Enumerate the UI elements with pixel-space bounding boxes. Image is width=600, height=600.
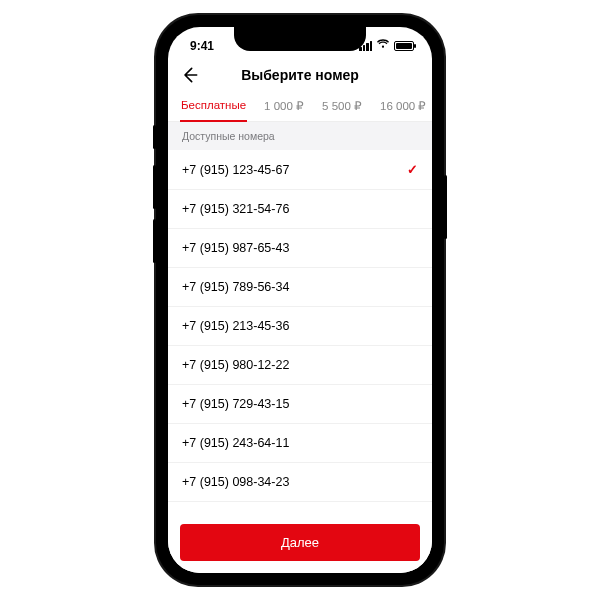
arrow-left-icon <box>180 65 200 85</box>
phone-number: +7 (915) 243-64-11 <box>182 436 289 450</box>
phone-number: +7 (915) 980-12-22 <box>182 358 289 372</box>
wifi-icon <box>376 38 390 52</box>
phone-number: +7 (915) 321-54-76 <box>182 202 289 216</box>
footer: Далее <box>168 516 432 573</box>
number-row[interactable]: +7 (915) 987-65-43 <box>168 229 432 268</box>
number-row[interactable]: +7 (915) 321-54-76 <box>168 190 432 229</box>
number-row[interactable]: +7 (915) 234-34-34 <box>168 502 432 516</box>
number-row[interactable]: +7 (915) 729-43-15 <box>168 385 432 424</box>
tab-1000[interactable]: 1 000 ₽ <box>255 91 313 121</box>
nav-bar: Выберите номер <box>168 59 432 91</box>
phone-number: +7 (915) 987-65-43 <box>182 241 289 255</box>
phone-frame: 9:41 Выберите номер Бесплатные 1 000 ₽ <box>156 15 444 585</box>
status-time: 9:41 <box>190 39 214 53</box>
continue-button[interactable]: Далее <box>180 524 420 561</box>
tab-free[interactable]: Бесплатные <box>172 91 255 121</box>
phone-number: +7 (915) 123-45-67 <box>182 163 289 177</box>
price-tabs: Бесплатные 1 000 ₽ 5 500 ₽ 16 000 ₽ <box>168 91 432 122</box>
number-row[interactable]: +7 (915) 098-34-23 <box>168 463 432 502</box>
number-row[interactable]: +7 (915) 980-12-22 <box>168 346 432 385</box>
check-icon: ✓ <box>407 162 418 177</box>
battery-icon <box>394 41 414 51</box>
phone-number: +7 (915) 729-43-15 <box>182 397 289 411</box>
section-header: Доступные номера <box>168 122 432 150</box>
tab-16000[interactable]: 16 000 ₽ <box>371 91 432 121</box>
number-row[interactable]: +7 (915) 789-56-34 <box>168 268 432 307</box>
back-button[interactable] <box>180 65 200 85</box>
tab-5500[interactable]: 5 500 ₽ <box>313 91 371 121</box>
page-title: Выберите номер <box>241 67 359 83</box>
number-row[interactable]: +7 (915) 213-45-36 <box>168 307 432 346</box>
number-row[interactable]: +7 (915) 243-64-11 <box>168 424 432 463</box>
notch <box>234 27 366 51</box>
phone-number: +7 (915) 789-56-34 <box>182 280 289 294</box>
phone-number: +7 (915) 098-34-23 <box>182 475 289 489</box>
number-list[interactable]: +7 (915) 123-45-67✓+7 (915) 321-54-76+7 … <box>168 150 432 516</box>
number-row[interactable]: +7 (915) 123-45-67✓ <box>168 150 432 190</box>
screen: 9:41 Выберите номер Бесплатные 1 000 ₽ <box>168 27 432 573</box>
phone-number: +7 (915) 213-45-36 <box>182 319 289 333</box>
